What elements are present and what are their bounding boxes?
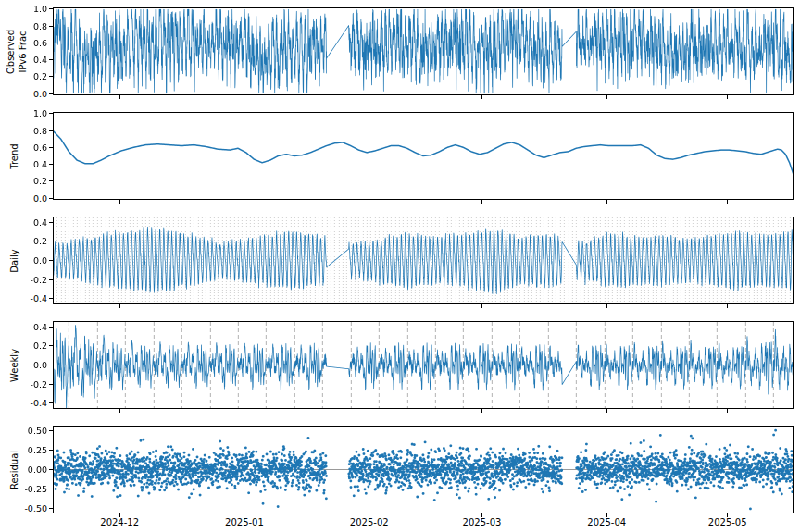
y-tick-label: 0.2 [8,72,47,81]
y-tick-label: -0.2 [8,380,47,390]
x-tick-label: 2025-03 [463,518,502,527]
x-tick-mark [606,409,607,413]
y-tick-label: 0.8 [8,127,47,136]
x-tick-mark [481,304,482,308]
x-tick-mark [727,409,728,413]
x-tick-mark [606,304,607,308]
x-tick-mark [606,95,607,99]
y-tick-mark [49,198,53,199]
y-tick-label: 1.0 [8,5,47,14]
y-tick-label: 0.0 [8,194,47,204]
x-tick-mark [606,200,607,204]
y-tick-mark [49,450,53,451]
y-tick-label: 0.00 [8,465,47,475]
y-tick-label: 0.4 [8,218,47,228]
y-tick-mark [49,130,53,131]
x-tick-mark [481,95,482,99]
y-tick-mark [49,327,53,328]
y-tick-label: -0.25 [8,485,47,494]
y-tick-label: 0.0 [8,90,47,99]
y-tick-label: 0.4 [8,160,47,169]
x-tick-mark [481,409,482,413]
y-tick-mark [49,508,53,509]
x-tick-mark [244,95,244,99]
x-tick-label: 2025-01 [225,518,264,527]
y-tick-mark [49,402,53,403]
x-tick-mark [727,200,728,204]
y-tick-mark [49,8,53,9]
decomposition-figure: Observed IPv6 Frac Trend Daily Weekly Re… [0,0,800,532]
x-tick-mark [119,304,120,308]
y-tick-mark [49,241,53,241]
y-tick-mark [49,147,53,148]
y-tick-mark [49,365,53,365]
y-tick-label: 0.6 [8,143,47,153]
panel-daily [53,217,794,304]
y-tick-label: 1.0 [8,109,47,118]
x-tick-mark [244,200,244,204]
y-tick-label: 0.0 [8,256,47,266]
y-tick-mark [49,345,53,346]
x-tick-mark [244,304,244,308]
x-tick-mark [481,200,482,204]
y-axis-label-observed: Observed IPv6 Frac [6,29,29,73]
y-tick-label: 0.50 [8,427,47,436]
y-tick-mark [49,59,53,60]
y-tick-label: -0.4 [8,399,47,408]
y-tick-mark [49,384,53,385]
y-tick-mark [49,76,53,77]
x-tick-mark [369,200,369,204]
panel-weekly [53,321,794,409]
y-tick-label: 0.2 [8,341,47,351]
x-tick-mark [119,200,120,204]
x-tick-mark [727,304,728,308]
y-tick-mark [49,113,53,114]
x-tick-label: 2025-04 [587,518,626,527]
y-tick-label: -0.2 [8,276,47,285]
x-tick-mark [119,95,120,99]
y-tick-label: 0.0 [8,361,47,370]
x-tick-mark [244,409,244,413]
observed-plot-canvas [53,7,794,95]
y-tick-mark [49,430,53,431]
y-tick-mark [49,43,53,43]
y-tick-mark [49,279,53,280]
x-tick-label: 2024-12 [100,518,139,527]
y-tick-label: 0.2 [8,237,47,246]
y-tick-mark [49,93,53,94]
x-tick-mark [369,304,369,308]
y-tick-label: 0.25 [8,446,47,455]
y-tick-label: 0.2 [8,177,47,186]
y-tick-label: -0.50 [8,504,47,513]
y-tick-mark [49,222,53,223]
x-tick-mark [119,409,120,413]
y-tick-mark [49,469,53,470]
panel-trend [53,112,794,200]
y-tick-label: -0.4 [8,294,47,303]
y-tick-label: 0.4 [8,56,47,65]
y-tick-mark [49,489,53,489]
y-tick-mark [49,260,53,261]
daily-plot-canvas [53,217,794,304]
y-tick-mark [49,164,53,165]
x-tick-mark [727,95,728,99]
panel-observed [53,7,794,95]
y-tick-label: 0.4 [8,323,47,332]
y-tick-mark [49,26,53,27]
x-tick-mark [369,409,369,413]
weekly-plot-canvas [53,321,794,409]
y-tick-label: 0.6 [8,39,47,48]
y-tick-mark [49,298,53,299]
y-tick-label: 0.8 [8,22,47,31]
residual-plot-canvas [53,426,794,513]
x-tick-label: 2025-02 [350,518,389,527]
trend-plot-canvas [53,112,794,200]
panel-residual [53,426,794,513]
x-tick-mark [369,95,369,99]
y-tick-mark [49,180,53,181]
x-tick-label: 2025-05 [708,518,747,527]
